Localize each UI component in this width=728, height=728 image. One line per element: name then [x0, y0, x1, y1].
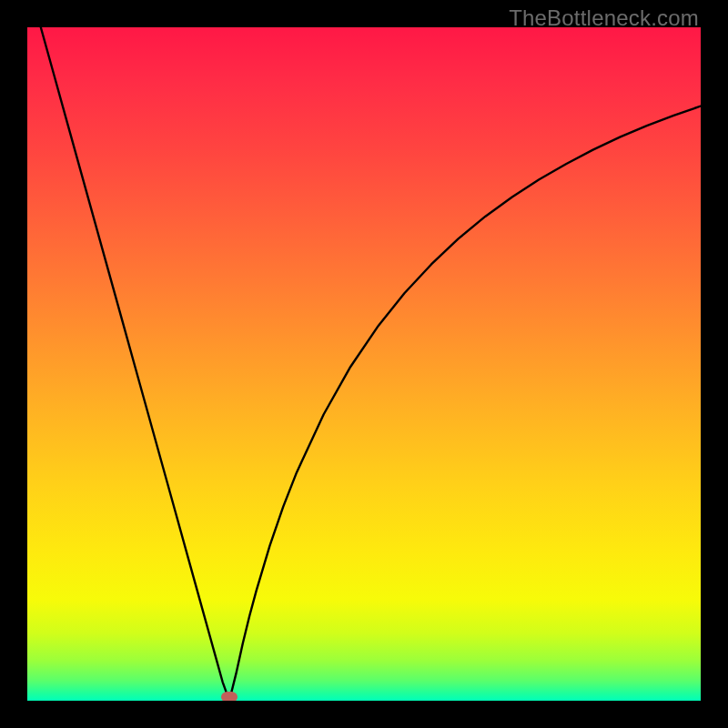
chart-frame: TheBottleneck.com [0, 0, 728, 728]
bottleneck-curve [41, 27, 701, 701]
plot-area [27, 27, 701, 701]
min-point-marker [221, 692, 238, 701]
curve-svg [27, 27, 701, 701]
